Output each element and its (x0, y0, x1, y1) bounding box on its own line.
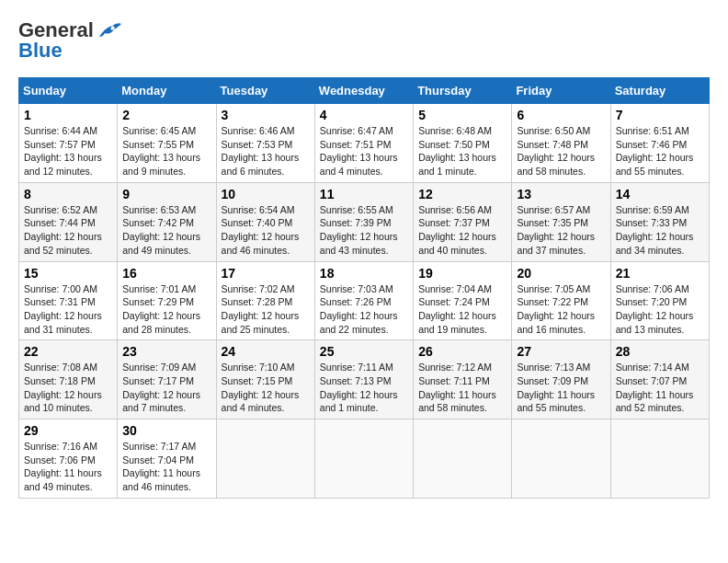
cell-content: Sunrise: 7:09 AM Sunset: 7:17 PM Dayligh… (122, 361, 210, 415)
day-number: 23 (122, 344, 210, 359)
calendar-cell: 3Sunrise: 6:46 AM Sunset: 7:53 PM Daylig… (216, 104, 314, 183)
calendar-cell: 5Sunrise: 6:48 AM Sunset: 7:50 PM Daylig… (414, 104, 512, 183)
calendar-cell: 12Sunrise: 6:56 AM Sunset: 7:37 PM Dayli… (414, 182, 512, 261)
calendar-week-row: 8Sunrise: 6:52 AM Sunset: 7:44 PM Daylig… (19, 182, 710, 261)
calendar-cell: 4Sunrise: 6:47 AM Sunset: 7:51 PM Daylig… (314, 104, 413, 183)
calendar-cell: 26Sunrise: 7:12 AM Sunset: 7:11 PM Dayli… (414, 340, 512, 419)
calendar-cell: 23Sunrise: 7:09 AM Sunset: 7:17 PM Dayli… (118, 340, 216, 419)
day-number: 12 (418, 187, 506, 201)
cell-content: Sunrise: 6:51 AM Sunset: 7:46 PM Dayligh… (616, 124, 704, 178)
logo: General Blue (18, 18, 121, 63)
cell-content: Sunrise: 6:56 AM Sunset: 7:37 PM Dayligh… (418, 203, 506, 258)
day-number: 11 (320, 187, 408, 201)
day-number: 24 (222, 344, 310, 359)
calendar-cell: 27Sunrise: 7:13 AM Sunset: 7:09 PM Dayli… (512, 340, 610, 419)
day-number: 6 (517, 108, 605, 122)
calendar-cell: 20Sunrise: 7:05 AM Sunset: 7:22 PM Dayli… (512, 261, 610, 340)
day-number: 29 (24, 423, 112, 438)
calendar-cell: 13Sunrise: 6:57 AM Sunset: 7:35 PM Dayli… (512, 182, 610, 261)
calendar-cell: 18Sunrise: 7:03 AM Sunset: 7:26 PM Dayli… (314, 261, 413, 340)
calendar-cell: 9Sunrise: 6:53 AM Sunset: 7:42 PM Daylig… (118, 182, 216, 261)
day-number: 14 (616, 187, 704, 201)
cell-content: Sunrise: 6:50 AM Sunset: 7:48 PM Dayligh… (517, 124, 605, 178)
calendar-cell: 2Sunrise: 6:45 AM Sunset: 7:55 PM Daylig… (118, 104, 216, 183)
calendar-cell: 24Sunrise: 7:10 AM Sunset: 7:15 PM Dayli… (216, 340, 314, 419)
cell-content: Sunrise: 7:06 AM Sunset: 7:20 PM Dayligh… (616, 282, 704, 337)
day-number: 13 (517, 187, 605, 201)
column-header-tuesday: Tuesday (216, 78, 314, 104)
cell-content: Sunrise: 6:53 AM Sunset: 7:42 PM Dayligh… (122, 203, 210, 258)
calendar-cell: 7Sunrise: 6:51 AM Sunset: 7:46 PM Daylig… (610, 104, 709, 183)
calendar-cell: 14Sunrise: 6:59 AM Sunset: 7:33 PM Dayli… (610, 182, 709, 261)
day-number: 15 (24, 266, 112, 281)
calendar-cell (216, 419, 314, 499)
day-number: 17 (222, 266, 310, 281)
day-number: 30 (122, 423, 210, 438)
day-number: 16 (122, 266, 210, 281)
cell-content: Sunrise: 6:57 AM Sunset: 7:35 PM Dayligh… (517, 203, 605, 258)
day-number: 2 (122, 108, 210, 122)
cell-content: Sunrise: 7:16 AM Sunset: 7:06 PM Dayligh… (24, 440, 112, 494)
calendar-cell: 25Sunrise: 7:11 AM Sunset: 7:13 PM Dayli… (314, 340, 413, 419)
calendar-cell: 11Sunrise: 6:55 AM Sunset: 7:39 PM Dayli… (314, 182, 413, 261)
day-number: 8 (24, 187, 112, 201)
calendar-cell: 29Sunrise: 7:16 AM Sunset: 7:06 PM Dayli… (19, 419, 118, 499)
calendar-cell: 6Sunrise: 6:50 AM Sunset: 7:48 PM Daylig… (512, 104, 610, 183)
cell-content: Sunrise: 6:48 AM Sunset: 7:50 PM Dayligh… (418, 124, 506, 178)
calendar-week-row: 29Sunrise: 7:16 AM Sunset: 7:06 PM Dayli… (19, 419, 710, 499)
calendar-cell: 8Sunrise: 6:52 AM Sunset: 7:44 PM Daylig… (19, 182, 118, 261)
logo-blue-text: Blue (18, 39, 63, 63)
cell-content: Sunrise: 7:03 AM Sunset: 7:26 PM Dayligh… (320, 282, 408, 337)
page-header: General Blue (18, 18, 710, 63)
cell-content: Sunrise: 7:04 AM Sunset: 7:24 PM Dayligh… (418, 282, 506, 337)
column-header-thursday: Thursday (414, 78, 512, 104)
cell-content: Sunrise: 6:46 AM Sunset: 7:53 PM Dayligh… (222, 124, 310, 178)
day-number: 9 (122, 187, 210, 201)
day-number: 25 (320, 344, 408, 359)
cell-content: Sunrise: 6:54 AM Sunset: 7:40 PM Dayligh… (222, 203, 310, 258)
day-number: 3 (222, 108, 310, 122)
day-number: 4 (320, 108, 408, 122)
day-number: 20 (517, 266, 605, 281)
calendar-cell: 15Sunrise: 7:00 AM Sunset: 7:31 PM Dayli… (19, 261, 118, 340)
day-number: 10 (222, 187, 310, 201)
cell-content: Sunrise: 6:45 AM Sunset: 7:55 PM Dayligh… (122, 124, 210, 178)
column-header-sunday: Sunday (19, 78, 118, 104)
calendar-cell: 22Sunrise: 7:08 AM Sunset: 7:18 PM Dayli… (19, 340, 118, 419)
cell-content: Sunrise: 7:10 AM Sunset: 7:15 PM Dayligh… (222, 361, 310, 415)
calendar-cell: 21Sunrise: 7:06 AM Sunset: 7:20 PM Dayli… (610, 261, 709, 340)
cell-content: Sunrise: 6:44 AM Sunset: 7:57 PM Dayligh… (24, 124, 112, 178)
cell-content: Sunrise: 7:14 AM Sunset: 7:07 PM Dayligh… (616, 361, 704, 415)
cell-content: Sunrise: 6:52 AM Sunset: 7:44 PM Dayligh… (24, 203, 112, 258)
day-number: 18 (320, 266, 408, 281)
column-header-saturday: Saturday (610, 78, 709, 104)
calendar-week-row: 22Sunrise: 7:08 AM Sunset: 7:18 PM Dayli… (19, 340, 710, 419)
calendar-cell: 30Sunrise: 7:17 AM Sunset: 7:04 PM Dayli… (118, 419, 216, 499)
column-header-friday: Friday (512, 78, 610, 104)
cell-content: Sunrise: 6:47 AM Sunset: 7:51 PM Dayligh… (320, 124, 408, 178)
calendar-cell: 17Sunrise: 7:02 AM Sunset: 7:28 PM Dayli… (216, 261, 314, 340)
day-number: 1 (24, 108, 112, 122)
calendar-cell (610, 419, 709, 499)
calendar-week-row: 15Sunrise: 7:00 AM Sunset: 7:31 PM Dayli… (19, 261, 710, 340)
cell-content: Sunrise: 7:11 AM Sunset: 7:13 PM Dayligh… (320, 361, 408, 415)
calendar-week-row: 1Sunrise: 6:44 AM Sunset: 7:57 PM Daylig… (19, 104, 710, 183)
cell-content: Sunrise: 7:13 AM Sunset: 7:09 PM Dayligh… (517, 361, 605, 415)
cell-content: Sunrise: 7:00 AM Sunset: 7:31 PM Dayligh… (24, 282, 112, 337)
column-header-monday: Monday (118, 78, 216, 104)
cell-content: Sunrise: 7:08 AM Sunset: 7:18 PM Dayligh… (24, 361, 112, 415)
calendar-cell: 1Sunrise: 6:44 AM Sunset: 7:57 PM Daylig… (19, 104, 118, 183)
calendar-cell: 10Sunrise: 6:54 AM Sunset: 7:40 PM Dayli… (216, 182, 314, 261)
cell-content: Sunrise: 7:02 AM Sunset: 7:28 PM Dayligh… (222, 282, 310, 337)
calendar-cell: 28Sunrise: 7:14 AM Sunset: 7:07 PM Dayli… (610, 340, 709, 419)
calendar-cell: 19Sunrise: 7:04 AM Sunset: 7:24 PM Dayli… (414, 261, 512, 340)
day-number: 22 (24, 344, 112, 359)
calendar-cell (314, 419, 413, 499)
day-number: 27 (517, 344, 605, 359)
day-number: 21 (616, 266, 704, 281)
day-number: 5 (418, 108, 506, 122)
cell-content: Sunrise: 7:05 AM Sunset: 7:22 PM Dayligh… (517, 282, 605, 337)
calendar-header-row: SundayMondayTuesdayWednesdayThursdayFrid… (19, 78, 710, 104)
day-number: 28 (616, 344, 704, 359)
cell-content: Sunrise: 6:55 AM Sunset: 7:39 PM Dayligh… (320, 203, 408, 258)
